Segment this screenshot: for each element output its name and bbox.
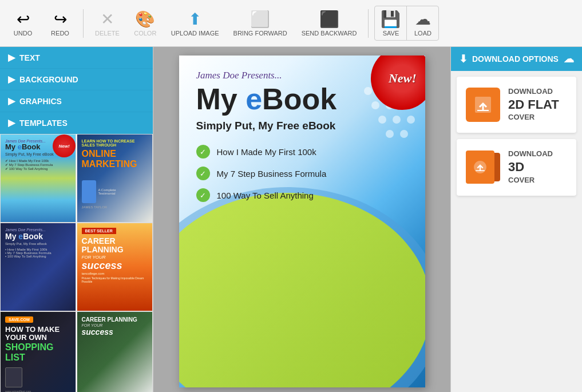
template-thumb-2[interactable]: LEARN HOW TO INCREASE SALES THROUGH ONLI… xyxy=(77,134,153,223)
cloud-upload-icon xyxy=(472,159,488,175)
bring-forward-label: Bring Forward xyxy=(233,30,287,37)
templates-arrow-icon: ▶ xyxy=(8,117,15,128)
sidebar-background-label: BACKGROUND xyxy=(19,75,78,84)
download-header-label: DOWNLOAD OPTIONS xyxy=(472,54,559,64)
sidebar-menu: ▶ TEXT ▶ BACKGROUND ▶ GRAPHICS ▶ TEMPLAT… xyxy=(0,47,153,134)
ebook-title: My eBook xyxy=(196,84,408,114)
load-label: LOAD xyxy=(414,30,431,37)
send-backward-icon: ⬛ xyxy=(319,10,339,29)
presenter-text: James Doe Presents... xyxy=(196,70,408,81)
right-panel: ⬇ DOWNLOAD OPTIONS ☁ DOWNLOAD 2D FLAT CO… xyxy=(450,47,582,392)
cloud-icon: ☁ xyxy=(564,53,574,65)
toolbar: ↩ UNDO ↪ REDO ✕ Delete 🎨 Color ⬆ Upload … xyxy=(0,0,582,47)
template-thumb-5[interactable]: SAVE.COM How to make your own SHOPPING L… xyxy=(0,311,76,392)
canvas-area[interactable]: New! James Doe Presents... My eBook Simp… xyxy=(153,47,450,392)
save-label: SAVE xyxy=(383,30,399,37)
upload-icon: ⬆ xyxy=(188,10,201,29)
save-load-group: 💾 SAVE ☁ LOAD xyxy=(374,6,439,41)
download-header: ⬇ DOWNLOAD OPTIONS ☁ xyxy=(451,47,582,71)
bring-forward-icon: ⬜ xyxy=(250,10,270,29)
sidebar-item-graphics[interactable]: ▶ GRAPHICS xyxy=(0,90,153,112)
download-2d-label: DOWNLOAD 2D FLAT COVER xyxy=(508,87,559,122)
title-book: Book xyxy=(262,82,336,116)
ebook-content: James Doe Presents... My eBook Simply Pu… xyxy=(179,56,425,387)
bullet-text-1: How I Made My First 100k xyxy=(217,147,316,157)
sidebar-templates-label: TEMPLATES xyxy=(19,118,68,128)
undo-icon: ↩ xyxy=(17,10,30,29)
color-icon: 🎨 xyxy=(135,10,155,29)
graphics-arrow-icon: ▶ xyxy=(8,96,15,106)
check-icon-3: ✓ xyxy=(196,188,210,202)
delete-label: Delete xyxy=(95,30,120,37)
undo-label: UNDO xyxy=(14,30,32,37)
divider-2 xyxy=(368,9,369,38)
check-icon-1: ✓ xyxy=(196,145,210,159)
download-header-icon: ⬇ xyxy=(459,53,468,65)
bullet-3: ✓ 100 Way To Sell Anything xyxy=(196,188,408,202)
download-3d-type: COVER xyxy=(508,176,553,185)
bullet-text-2: My 7 Step Business Formula xyxy=(217,169,327,179)
background-arrow-icon: ▶ xyxy=(8,74,15,85)
load-icon: ☁ xyxy=(415,10,431,29)
title-e: e xyxy=(246,82,262,116)
sidebar: ▶ TEXT ▶ BACKGROUND ▶ GRAPHICS ▶ TEMPLAT… xyxy=(0,47,153,392)
undo-button[interactable]: ↩ UNDO xyxy=(6,6,40,40)
title-my: My xyxy=(196,82,246,116)
send-backward-label: Send Backward xyxy=(302,30,357,37)
upload-image-button[interactable]: ⬆ Upload Image xyxy=(165,6,225,40)
redo-button[interactable]: ↪ REDO xyxy=(43,6,77,40)
sidebar-item-templates[interactable]: ▶ TEMPLATES xyxy=(0,112,153,134)
main-area: ▶ TEXT ▶ BACKGROUND ▶ GRAPHICS ▶ TEMPLAT… xyxy=(0,47,582,392)
divider-1 xyxy=(83,9,84,38)
sidebar-item-text[interactable]: ▶ TEXT xyxy=(0,47,153,69)
check-icon-2: ✓ xyxy=(196,167,210,180)
color-label: Color xyxy=(134,30,156,37)
download-2d-icon xyxy=(466,88,500,122)
upload-label: Upload Image xyxy=(171,30,219,37)
ebook-subtitle: Simply Put, My Free eBook xyxy=(196,120,408,132)
download-2d-type: COVER xyxy=(508,113,559,122)
flat-cover-icon xyxy=(473,94,493,115)
book-front-3d xyxy=(466,151,494,184)
delete-button[interactable]: ✕ Delete xyxy=(89,6,125,40)
download-2d-prefix: DOWNLOAD xyxy=(508,87,559,97)
template-thumb-1[interactable]: New! James Doe Presents... My eBook Simp… xyxy=(0,134,76,223)
template-thumb-3[interactable]: James Doe Presents... My eBook Simply Pu… xyxy=(0,223,76,311)
bullet-2: ✓ My 7 Step Business Formula xyxy=(196,167,408,180)
sidebar-graphics-label: GRAPHICS xyxy=(19,97,62,106)
template-thumb-6[interactable]: CAREER PLANNING FOR YOUR success xyxy=(77,311,153,392)
send-backward-button[interactable]: ⬛ Send Backward xyxy=(296,6,363,40)
bring-forward-button[interactable]: ⬜ Bring Forward xyxy=(228,6,293,40)
text-arrow-icon: ▶ xyxy=(8,52,15,63)
ebook-preview: New! James Doe Presents... My eBook Simp… xyxy=(179,56,425,387)
bullet-text-3: 100 Way To Sell Anything xyxy=(217,191,314,200)
bullet-1: ✓ How I Made My First 100k xyxy=(196,145,408,159)
delete-icon: ✕ xyxy=(101,10,114,29)
save-button[interactable]: 💾 SAVE xyxy=(375,6,407,40)
download-2d-size: 2D FLAT xyxy=(508,97,559,113)
template-thumb-4[interactable]: BEST SELLER CAREER PLANNING FOR YOUR suc… xyxy=(77,223,153,311)
color-button[interactable]: 🎨 Color xyxy=(128,6,163,40)
download-3d-label: DOWNLOAD 3D COVER xyxy=(508,149,553,185)
download-3d-size: 3D xyxy=(508,159,553,176)
load-button[interactable]: ☁ LOAD xyxy=(407,6,438,40)
sidebar-text-label: TEXT xyxy=(19,53,40,62)
sidebar-item-background[interactable]: ▶ BACKGROUND xyxy=(0,69,153,90)
redo-label: REDO xyxy=(51,30,69,37)
templates-grid: New! James Doe Presents... My eBook Simp… xyxy=(0,134,153,392)
redo-icon: ↪ xyxy=(54,10,67,29)
download-2d-button[interactable]: DOWNLOAD 2D FLAT COVER xyxy=(457,77,576,133)
download-3d-button[interactable]: DOWNLOAD 3D COVER xyxy=(457,139,576,196)
download-3d-prefix: DOWNLOAD xyxy=(508,149,553,159)
save-icon: 💾 xyxy=(381,10,401,29)
